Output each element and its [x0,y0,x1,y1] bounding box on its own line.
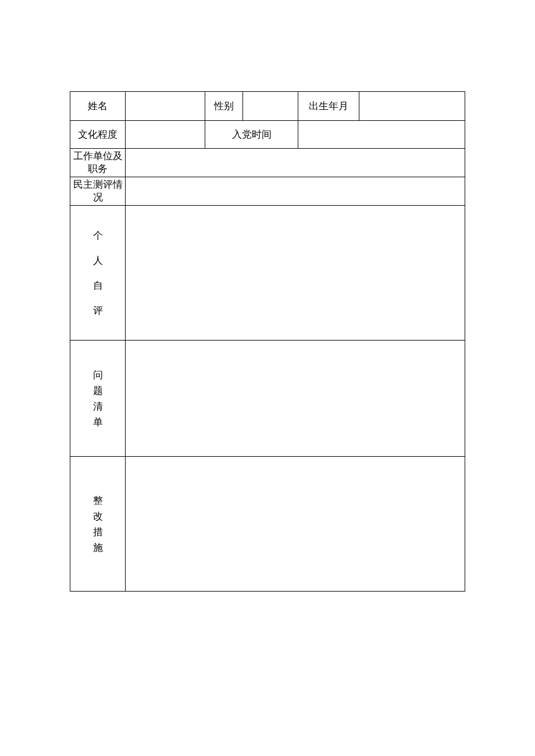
label-rectification: 整 改 措 施 [70,457,126,592]
label-education: 文化程度 [70,121,126,149]
label-democratic-eval: 民主测评情况 [70,177,126,206]
value-issue-list [126,341,465,457]
char-rect-1: 整 [93,496,103,506]
row-issue-list: 问 题 清 单 [70,341,465,457]
row-rectification: 整 改 措 施 [70,457,465,592]
value-democratic-eval [126,177,465,206]
row-education: 文化程度 入党时间 [70,121,465,149]
row-basic-info: 姓名 性别 出生年月 [70,92,465,121]
label-party-date: 入党时间 [205,121,298,149]
char-issue-4: 单 [93,417,103,427]
char-self-3: 自 [93,281,103,291]
label-issue-list: 问 题 清 单 [70,341,126,457]
label-dob: 出生年月 [298,92,359,121]
label-work-unit: 工作单位及职务 [70,149,126,177]
char-issue-3: 清 [93,402,103,411]
value-party-date [298,121,465,149]
label-self-assessment: 个 人 自 评 [70,206,126,341]
row-self-assessment: 个 人 自 评 [70,206,465,341]
char-rect-3: 措 [93,527,103,537]
char-self-4: 评 [93,306,103,316]
char-self-2: 人 [93,256,103,266]
value-sex [243,92,298,121]
value-rectification [126,457,465,592]
value-work-unit [126,149,465,177]
char-issue-1: 问 [93,370,103,380]
row-work-unit: 工作单位及职务 [70,149,465,177]
value-dob [359,92,465,121]
char-self-1: 个 [93,231,103,241]
value-education [126,121,205,149]
label-sex: 性别 [205,92,243,121]
personnel-form-table: 姓名 性别 出生年月 文化程度 入党时间 工作单位及职务 民主测评情况 个 人 … [70,91,465,592]
label-name: 姓名 [70,92,126,121]
value-name [126,92,205,121]
char-rect-2: 改 [93,511,103,521]
char-rect-4: 施 [93,543,103,553]
value-self-assessment [126,206,465,341]
char-issue-2: 题 [93,386,103,396]
row-democratic-eval: 民主测评情况 [70,177,465,206]
